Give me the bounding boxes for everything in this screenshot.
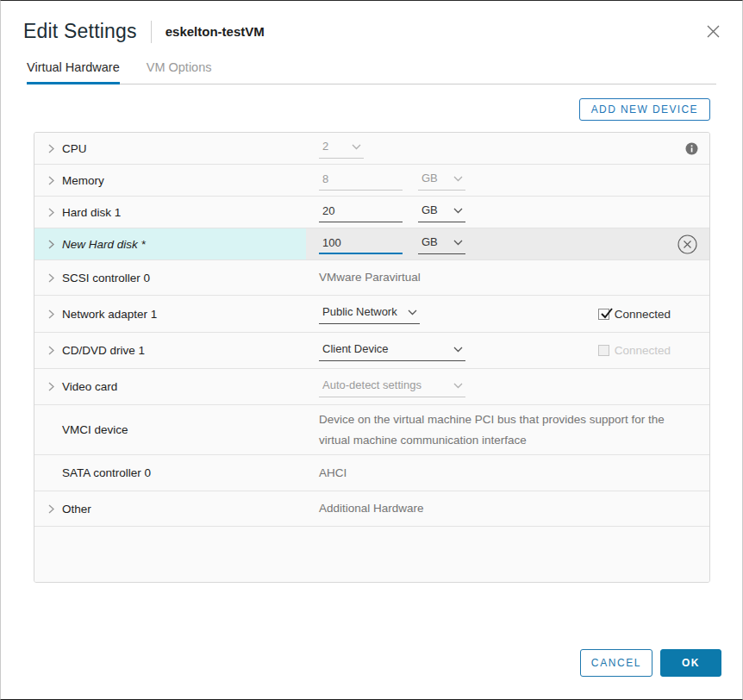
dialog-header: Edit Settings eskelton-testVM <box>1 1 742 43</box>
row-label: VMCI device <box>62 423 128 436</box>
row-label: SCSI controller 0 <box>62 272 150 284</box>
cpu-label-cell: CPU <box>34 133 306 164</box>
new-hard-disk-size-input[interactable] <box>319 234 403 254</box>
hard-disk-1-label-cell: Hard disk 1 <box>34 197 306 228</box>
cpu-value-cell: 2 <box>306 138 709 159</box>
memory-unit-select[interactable]: GB <box>418 170 465 191</box>
toolbar: ADD NEW DEVICE <box>34 98 710 121</box>
tab-vm-options[interactable]: VM Options <box>147 55 212 84</box>
dialog-footer: CANCEL OK <box>580 649 721 677</box>
cd-dvd-select[interactable]: Client Device <box>319 341 465 361</box>
cd-dvd-connected-group: Connected <box>598 344 671 357</box>
table-row-hard-disk-1: Hard disk 1 GB <box>34 197 709 228</box>
memory-label-cell: Memory <box>34 165 306 196</box>
row-label: Hard disk 1 <box>62 206 121 219</box>
connected-checkbox[interactable] <box>598 309 609 320</box>
chevron-right-icon[interactable] <box>48 309 56 318</box>
table-row-scsi-controller: SCSI controller 0 VMware Paravirtual <box>34 260 709 296</box>
row-label: CPU <box>62 142 87 155</box>
vmci-value-cell: Device on the virtual machine PCI bus th… <box>306 409 709 451</box>
chevron-right-icon[interactable] <box>48 383 56 391</box>
sata-type-value: AHCI <box>319 463 347 484</box>
other-value: Additional Hardware <box>319 498 424 519</box>
chevron-down-icon <box>408 305 417 318</box>
row-label: Video card <box>62 380 117 393</box>
remove-device-icon[interactable] <box>677 234 697 254</box>
dialog-title: Edit Settings <box>23 20 137 43</box>
row-label: CD/DVD drive 1 <box>62 344 145 357</box>
table-row-video-card: Video card Auto-detect settings <box>34 369 709 405</box>
connected-label: Connected <box>615 344 671 357</box>
chevron-down-icon <box>453 378 463 391</box>
sata-label-cell: SATA controller 0 <box>34 455 306 491</box>
vmci-description: Device on the virtual machine PCI bus th… <box>319 409 691 451</box>
hard-disk-1-unit-select[interactable]: GB <box>418 202 465 222</box>
title-separator <box>151 21 152 43</box>
chevron-right-icon[interactable] <box>48 504 56 513</box>
add-new-device-button[interactable]: ADD NEW DEVICE <box>579 98 710 121</box>
hard-disk-1-value-cell: GB <box>306 202 709 222</box>
table-row-new-hard-disk: New Hard disk * GB <box>34 228 709 260</box>
row-label: Network adapter 1 <box>62 308 157 321</box>
new-hard-disk-label-cell: New Hard disk * <box>34 228 306 259</box>
edit-settings-dialog: Edit Settings eskelton-testVM Virtual Ha… <box>0 0 743 700</box>
table-row-sata-controller: SATA controller 0 AHCI <box>34 455 709 491</box>
chevron-right-icon[interactable] <box>48 208 56 216</box>
cpu-count-select[interactable]: 2 <box>319 138 364 159</box>
table-row-memory: Memory GB <box>34 165 709 197</box>
other-value-cell: Additional Hardware <box>306 498 709 519</box>
video-card-label-cell: Video card <box>34 369 306 404</box>
cd-dvd-value-cell: Client Device Connected <box>306 341 709 361</box>
memory-size-input[interactable] <box>319 171 403 191</box>
network-connected-group: Connected <box>598 308 671 321</box>
ok-button[interactable]: OK <box>660 649 721 677</box>
chevron-down-icon <box>453 203 463 216</box>
table-row-cpu: CPU 2 <box>34 133 709 165</box>
row-label: Memory <box>62 174 104 187</box>
table-empty-area <box>34 527 709 582</box>
chevron-right-icon[interactable] <box>48 347 56 355</box>
new-hard-disk-unit-select[interactable]: GB <box>418 234 465 254</box>
new-hard-disk-value-cell: GB <box>306 234 709 254</box>
scsi-type-value: VMware Paravirtual <box>319 267 421 288</box>
tab-virtual-hardware[interactable]: Virtual Hardware <box>27 55 120 84</box>
table-row-other: Other Additional Hardware <box>34 491 709 527</box>
table-row-network-adapter: Network adapter 1 Public Network Connect… <box>34 296 709 333</box>
chevron-down-icon <box>352 140 361 153</box>
scsi-value-cell: VMware Paravirtual <box>306 267 709 288</box>
network-value-cell: Public Network Connected <box>306 303 709 324</box>
chevron-down-icon <box>453 172 463 184</box>
table-row-vmci-device: VMCI device Device on the virtual machin… <box>34 405 709 455</box>
connected-label: Connected <box>615 308 671 321</box>
expander-spacer <box>48 426 56 434</box>
sata-value-cell: AHCI <box>306 463 709 484</box>
vm-name: eskelton-testVM <box>165 24 265 39</box>
scsi-label-cell: SCSI controller 0 <box>34 260 306 295</box>
row-label: Other <box>62 503 91 516</box>
info-icon[interactable] <box>685 142 698 155</box>
hardware-table: CPU 2 Memory GB <box>34 132 710 583</box>
expander-spacer <box>48 469 56 478</box>
table-row-cd-dvd-drive: CD/DVD drive 1 Client Device Connected <box>34 333 709 369</box>
cancel-button[interactable]: CANCEL <box>580 649 652 677</box>
row-label: SATA controller 0 <box>62 466 151 479</box>
video-card-value-cell: Auto-detect settings <box>306 377 709 397</box>
connected-checkbox-disabled[interactable] <box>598 345 609 356</box>
row-label: New Hard disk * <box>62 238 146 251</box>
hard-disk-1-size-input[interactable] <box>319 203 403 222</box>
network-select[interactable]: Public Network <box>319 303 420 324</box>
chevron-right-icon[interactable] <box>48 176 56 184</box>
network-label-cell: Network adapter 1 <box>34 296 306 332</box>
vmci-label-cell: VMCI device <box>34 405 306 454</box>
cd-dvd-label-cell: CD/DVD drive 1 <box>34 333 306 368</box>
memory-value-cell: GB <box>306 170 709 191</box>
chevron-right-icon[interactable] <box>48 273 56 282</box>
chevron-right-icon[interactable] <box>48 240 56 248</box>
video-card-select[interactable]: Auto-detect settings <box>319 377 465 397</box>
chevron-right-icon[interactable] <box>48 144 56 153</box>
close-icon[interactable] <box>704 23 721 41</box>
chevron-down-icon <box>453 342 463 355</box>
other-label-cell: Other <box>34 491 306 526</box>
chevron-down-icon <box>453 235 463 248</box>
tab-bar: Virtual Hardware VM Options <box>27 55 716 84</box>
